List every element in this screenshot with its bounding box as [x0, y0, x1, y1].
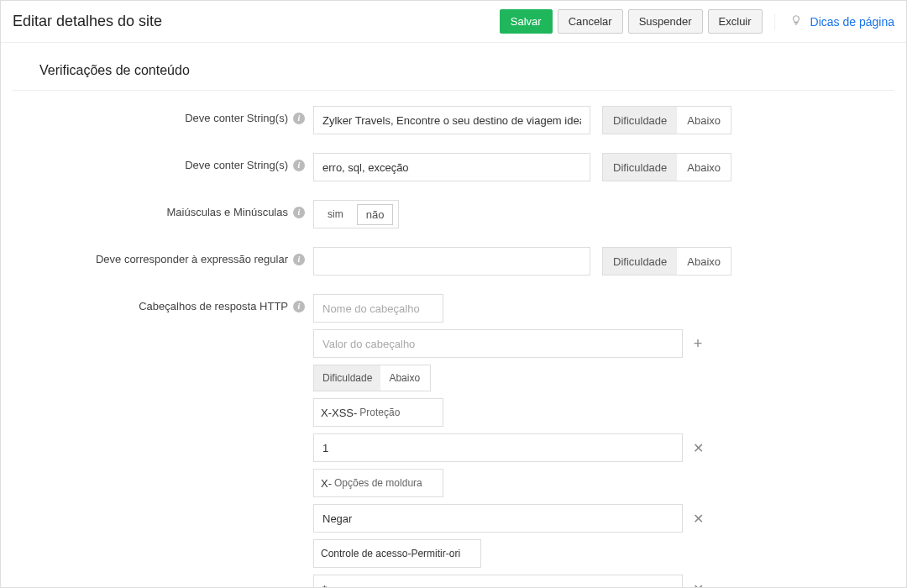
info-icon[interactable]: i — [293, 301, 305, 312]
below-option[interactable]: Abaixo — [677, 107, 731, 134]
page-tips-link[interactable]: Dicas de página — [810, 15, 894, 29]
suspend-button[interactable]: Suspender — [628, 9, 703, 34]
header-name-existing[interactable]: Controle de acesso-Permitir-ori — [313, 539, 481, 568]
below-option[interactable]: Abaixo — [677, 154, 731, 181]
difficulty-toggle[interactable]: Dificuldade Abaixo — [602, 153, 731, 181]
difficulty-toggle[interactable]: Dificuldade Abaixo — [313, 365, 431, 391]
case-toggle[interactable]: sim não — [313, 200, 399, 228]
section-title: Verificações de conteúdo — [13, 63, 894, 91]
header-name-input[interactable] — [313, 294, 443, 323]
add-header-icon[interactable]: + — [689, 335, 706, 353]
difficulty-option[interactable]: Dificuldade — [603, 107, 677, 134]
difficulty-toggle[interactable]: Dificuldade Abaixo — [602, 106, 731, 134]
page-title: Editar detalhes do site — [13, 13, 162, 30]
lightbulb-icon — [787, 14, 805, 29]
header-suffix: Proteção — [359, 407, 400, 418]
header-value-existing[interactable] — [313, 575, 683, 588]
header-suffix: Opções de moldura — [334, 477, 422, 489]
difficulty-option[interactable]: Dificuldade — [314, 365, 380, 391]
separator — [774, 13, 775, 30]
must-not-contain-input[interactable] — [313, 153, 590, 181]
difficulty-option[interactable]: Dificuldade — [603, 154, 677, 181]
http-headers-label: Cabeçalhos de resposta HTTP — [139, 300, 288, 312]
difficulty-option[interactable]: Dificuldade — [603, 248, 677, 275]
save-button[interactable]: Salvar — [500, 9, 553, 34]
case-label: Maiúsculas e Minúsculas — [166, 206, 288, 218]
info-icon[interactable]: i — [293, 113, 305, 124]
info-icon[interactable]: i — [293, 207, 305, 218]
remove-header-icon[interactable]: ✕ — [689, 440, 706, 456]
header-full: Controle de acesso-Permitir-ori — [321, 548, 460, 559]
header-name-existing[interactable]: X-XSS- Proteção — [313, 398, 443, 427]
case-no[interactable]: não — [357, 204, 394, 225]
delete-button[interactable]: Excluir — [708, 9, 763, 34]
case-yes[interactable]: sim — [319, 205, 352, 223]
must-contain-input[interactable] — [313, 106, 590, 134]
header-value-existing[interactable] — [313, 433, 683, 462]
remove-header-icon[interactable]: ✕ — [689, 511, 706, 527]
info-icon[interactable]: i — [293, 160, 305, 171]
header-name-existing[interactable]: X- Opções de moldura — [313, 469, 443, 497]
remove-header-icon[interactable]: ✕ — [689, 581, 706, 589]
regex-label: Deve corresponder à expressão regular — [96, 253, 288, 265]
must-not-contain-label: Deve conter String(s) — [185, 159, 288, 171]
difficulty-toggle[interactable]: Dificuldade Abaixo — [602, 247, 731, 276]
regex-input[interactable] — [313, 247, 590, 276]
below-option[interactable]: Abaixo — [380, 365, 428, 391]
cancel-button[interactable]: Cancelar — [558, 9, 623, 34]
below-option[interactable]: Abaixo — [677, 248, 731, 275]
header-value-input[interactable] — [313, 329, 683, 358]
info-icon[interactable]: i — [293, 254, 305, 265]
header-value-existing[interactable] — [313, 504, 683, 533]
must-contain-label: Deve conter String(s) — [185, 112, 288, 124]
header-prefix: X- — [321, 477, 332, 490]
header-prefix: X-XSS- — [321, 407, 357, 419]
